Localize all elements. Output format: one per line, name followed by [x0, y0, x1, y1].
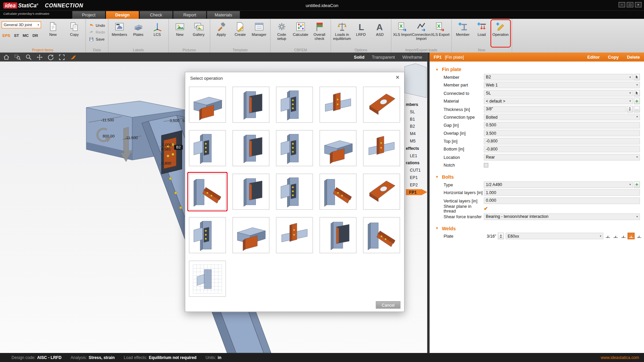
measure-icon[interactable] [69, 54, 77, 61]
operation-thumbnail-19[interactable] [363, 217, 400, 253]
tree-item-cut1[interactable]: CUT1 [406, 167, 428, 174]
copy-button[interactable]: Copy [65, 20, 84, 38]
tree-item-b2[interactable]: B2 [406, 123, 428, 130]
view-mode-wireframe[interactable]: Wireframe [402, 55, 422, 60]
operation-thumbnail-7[interactable] [276, 130, 313, 166]
section-header-fin-plate[interactable]: ▼Fin plate [430, 66, 644, 73]
member-select[interactable]: B2▾ [484, 74, 633, 80]
operation-thumbnail-2[interactable] [276, 86, 313, 123]
editor-action[interactable]: Editor [587, 55, 600, 60]
operation-button[interactable]: Operation [491, 20, 510, 47]
operation-thumbnail-8[interactable] [320, 130, 357, 166]
type-select[interactable]: 1/2 A490▾ [484, 181, 633, 188]
stepper-buttons[interactable] [627, 106, 633, 113]
operation-thumbnail-4[interactable] [363, 86, 400, 123]
load-button[interactable]: Load [472, 20, 491, 47]
copy-action[interactable]: Copy [608, 55, 619, 60]
mode-st[interactable]: ST [14, 33, 19, 38]
new-button[interactable]: New [170, 20, 189, 47]
weld-type-3-button[interactable] [628, 233, 635, 240]
tab-project[interactable]: Project [72, 11, 105, 19]
material-select[interactable]: < default >▾ [484, 98, 633, 105]
maximize-button[interactable]: ▢ [627, 2, 634, 7]
tree-item-fp1[interactable]: FP1 [406, 189, 427, 195]
website-link[interactable]: www.ideastatica.com [601, 355, 639, 360]
asd-button[interactable]: AASD [370, 20, 389, 47]
pan-icon[interactable] [36, 54, 44, 61]
overall-check-button[interactable]: Overall check [310, 20, 329, 47]
weld-type-4-button[interactable] [635, 233, 642, 240]
operation-thumbnail-15[interactable] [189, 217, 226, 253]
tree-item-m5[interactable]: M5 [406, 137, 428, 145]
operation-thumbnail-6[interactable] [232, 130, 269, 166]
tree-item-effects[interactable]: effects [406, 145, 428, 152]
weld-type-1-button[interactable] [612, 233, 619, 240]
vertical-layers-in-input[interactable]: 0.000 [484, 197, 640, 204]
connection-type-select[interactable]: Bolted▾ [484, 114, 640, 120]
mode-eps[interactable]: EPS [2, 33, 10, 38]
operation-thumbnail-16[interactable] [232, 217, 269, 253]
code-setup-button[interactable]: Code setup [272, 20, 291, 47]
operation-thumbnail-3[interactable] [320, 86, 357, 123]
section-header-welds[interactable]: ▼Welds [430, 225, 644, 232]
xls-import-button[interactable]: XXLS Import [393, 20, 412, 47]
manager-button[interactable]: Manager [250, 20, 268, 47]
tree-item-ep1[interactable]: EP1 [406, 174, 428, 181]
add-new-button[interactable] [634, 98, 640, 105]
shear-force-transfer-select[interactable]: Bearing - tension/shear interaction▾ [484, 213, 640, 220]
connected-to-select[interactable]: SL▾ [484, 90, 633, 97]
connection-import-button[interactable]: Connection Import [412, 20, 431, 47]
view-mode-solid[interactable]: Solid [354, 55, 364, 60]
zoom-icon[interactable] [25, 54, 33, 61]
operation-thumbnail-12[interactable] [276, 174, 313, 210]
cancel-button[interactable]: Cancel [376, 301, 400, 309]
close-button[interactable]: ✕ [635, 2, 642, 7]
loads-in-equilibrium-button[interactable]: Loads in equilibrium [332, 20, 351, 47]
members-button[interactable]: Members [110, 20, 129, 47]
weld-thickness-value[interactable]: 3/16" [484, 234, 496, 238]
tab-check[interactable]: Check [140, 11, 172, 19]
fit-icon[interactable] [58, 54, 66, 61]
operation-thumbnail-1[interactable] [232, 86, 269, 123]
operation-thumbnail-0[interactable] [189, 86, 226, 123]
tab-design[interactable]: Design [106, 11, 139, 19]
lcs-button[interactable]: LCS [148, 20, 166, 47]
operation-thumbnail-9[interactable] [363, 130, 400, 166]
save-button[interactable]: Save [88, 36, 106, 43]
section-header-bolts[interactable]: ▼Bolts [430, 173, 644, 181]
close-icon[interactable]: ✕ [395, 75, 399, 80]
create-button[interactable]: Create [231, 20, 250, 47]
location-select[interactable]: Rear▾ [484, 154, 640, 161]
gallery-button[interactable]: Gallery [189, 20, 208, 47]
operation-thumbnail-18[interactable] [320, 217, 357, 253]
member-button[interactable]: Member [453, 20, 472, 47]
operation-thumbnail-11[interactable] [232, 174, 269, 210]
operation-thumbnail-17[interactable] [276, 217, 313, 253]
stepper-buttons[interactable] [498, 233, 504, 240]
apply-button[interactable]: Apply [212, 20, 230, 47]
electrode-select[interactable]: E60xx▾ [505, 233, 603, 240]
tree-item-sl[interactable]: SL [406, 108, 428, 116]
tree-item-ep2[interactable]: EP2 [406, 181, 428, 189]
calculate-button[interactable]: Calculate [291, 20, 310, 47]
operation-thumbnail-20[interactable] [189, 261, 226, 297]
operation-thumbnail-5[interactable] [189, 130, 226, 166]
more-options-button[interactable]: … [634, 106, 640, 113]
add-new-button[interactable] [634, 181, 640, 188]
joint-type-dropdown[interactable]: General 3D joint▾ [2, 21, 41, 28]
minimize-button[interactable]: ─ [619, 2, 625, 7]
weld-type-2-button[interactable] [620, 233, 627, 240]
pick-in-scene-button[interactable] [634, 74, 640, 80]
tree-item-m4[interactable]: M4 [406, 130, 428, 137]
bottom-in-input[interactable]: -0.800 [484, 146, 640, 153]
tree-item-le1[interactable]: LE1 [406, 152, 428, 160]
redo-button[interactable]: Redo [88, 29, 106, 36]
mode-mc[interactable]: MC [23, 33, 29, 38]
operation-thumbnail-13[interactable] [320, 174, 357, 210]
view-mode-transparent[interactable]: Transparent [372, 55, 395, 60]
horizontal-layers-in-input[interactable]: 1.000 [484, 189, 640, 196]
plates-button[interactable]: Plates [129, 20, 148, 47]
zoom-window-icon[interactable] [14, 54, 22, 61]
overlap-in-input[interactable]: 3.500 [484, 130, 640, 136]
notch-checkbox[interactable] [484, 163, 488, 167]
